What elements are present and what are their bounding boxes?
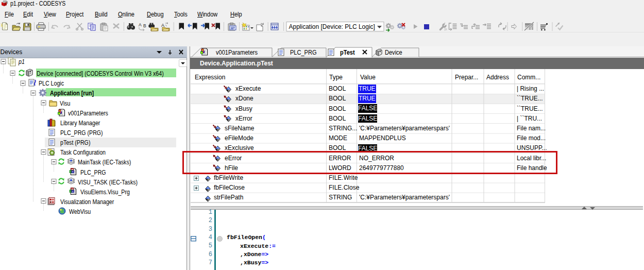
- svg-text:A: A: [139, 22, 142, 27]
- svg-text:B: B: [143, 23, 146, 28]
